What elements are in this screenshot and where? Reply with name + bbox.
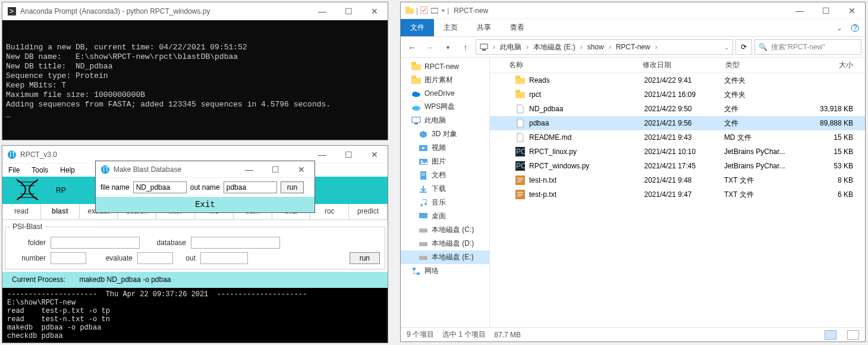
breadcrumb-segment[interactable]: 本地磁盘 (E:)	[533, 42, 575, 52]
back-button[interactable]: ←	[404, 39, 420, 55]
menu-tools[interactable]: Tools	[32, 166, 48, 174]
close-button[interactable]: ✕	[366, 150, 383, 159]
nav-item[interactable]: 下载	[401, 182, 489, 196]
file-row[interactable]: Reads2021/4/22 9:41文件夹	[490, 73, 865, 87]
tab-read[interactable]: read	[2, 204, 41, 219]
nav-item[interactable]: 本地磁盘 (E:)	[401, 250, 489, 264]
py-icon: PC	[515, 161, 526, 171]
up-button[interactable]: ↑	[458, 39, 473, 55]
file-row[interactable]: PCRPCT_linux.py2021/4/21 10:10JetBrains …	[490, 145, 865, 159]
dialog-exit-button[interactable]: Exit	[96, 197, 315, 212]
maximize-button[interactable]: ☐	[267, 165, 284, 174]
ribbon-tab-file[interactable]: 文件	[401, 19, 434, 36]
folder-icon	[515, 75, 526, 86]
svg-rect-58	[517, 192, 523, 193]
minimize-button[interactable]: —	[791, 6, 808, 15]
header-size[interactable]: 大小	[798, 60, 865, 70]
minimize-button[interactable]: —	[314, 150, 331, 159]
nav-item[interactable]: 音乐	[401, 196, 489, 209]
file-row[interactable]: README.md2021/4/21 9:43MD 文件15 KB	[490, 130, 865, 145]
nav-item[interactable]: 桌面	[401, 209, 489, 223]
database-input[interactable]	[191, 237, 280, 249]
nav-item[interactable]: RPCT-new	[401, 60, 489, 73]
cmd-terminal-output[interactable]: Building a new DB, current time: 04/22/2…	[2, 20, 388, 140]
file-explorer-window: | ▾ | RPCT-new — ☐ ✕ 文件 主页 共享 查看 ⌄ ? ← →…	[400, 2, 866, 342]
file-name-input[interactable]	[133, 181, 187, 193]
ribbon-tab-home[interactable]: 主页	[434, 19, 467, 36]
ribbon-tab-share[interactable]: 共享	[467, 19, 501, 36]
nav-item[interactable]: 本地磁盘 (D:)	[401, 237, 489, 250]
nav-item[interactable]: 图片素材	[401, 73, 489, 87]
breadcrumb-segment[interactable]: show	[587, 43, 604, 51]
breadcrumb-dropdown-icon[interactable]: ⌄	[724, 44, 729, 51]
search-box[interactable]: 🔍 搜索"RPCT-new"	[754, 39, 861, 55]
nav-item[interactable]: 本地磁盘 (C:)	[401, 223, 489, 237]
recent-dropdown-icon[interactable]: ▾	[440, 39, 455, 55]
file-date: 2021/4/21 10:10	[644, 148, 724, 156]
tab-blast[interactable]: blast	[41, 204, 80, 219]
out-input[interactable]	[200, 252, 248, 264]
rpct-terminal-output[interactable]: --------------------- Thu Apr 22 09:37:2…	[2, 288, 388, 343]
forward-button[interactable]: →	[422, 39, 438, 55]
svg-point-38	[425, 230, 426, 231]
status-item-count: 9 个项目	[407, 330, 434, 340]
dialog-titlebar[interactable]: IT Make Blast Database — ☐ ✕	[96, 161, 315, 178]
folder-input[interactable]	[51, 237, 140, 249]
header-date[interactable]: 修改日期	[638, 60, 721, 70]
nav-item[interactable]: 文档	[401, 168, 489, 182]
nav-item[interactable]: 图片	[401, 155, 489, 168]
maximize-button[interactable]: ☐	[817, 6, 834, 15]
menu-file[interactable]: File	[8, 166, 20, 174]
qat-dropdown-icon[interactable]: ▾	[442, 7, 445, 14]
breadcrumb-segment[interactable]: 此电脑	[500, 42, 521, 52]
file-row[interactable]: ND_pdbaa2021/4/22 9:50文件33,918 KB	[490, 102, 865, 116]
header-name[interactable]: 名称	[490, 60, 638, 70]
nav-item-label: WPS网盘	[424, 102, 455, 112]
file-row[interactable]: test-n.txt2021/4/21 9:48TXT 文件8 KB	[490, 173, 865, 187]
tab-predict[interactable]: predict	[349, 204, 388, 219]
maximize-button[interactable]: ☐	[340, 7, 357, 16]
ribbon-tab-view[interactable]: 查看	[501, 19, 534, 36]
properties-icon[interactable]	[420, 7, 429, 15]
ribbon-help-icon[interactable]: ?	[851, 24, 859, 32]
dialog-run-button[interactable]: run	[281, 181, 304, 193]
run-button[interactable]: run	[350, 252, 380, 264]
maximize-button[interactable]: ☐	[340, 150, 357, 159]
header-type[interactable]: 类型	[721, 60, 798, 70]
menu-help[interactable]: Help	[60, 166, 75, 174]
search-placeholder: 搜索"RPCT-new"	[771, 42, 825, 52]
file-row[interactable]: test-p.txt2021/4/21 9:47TXT 文件6 KB	[490, 187, 865, 202]
close-button[interactable]: ✕	[366, 7, 383, 16]
file-row[interactable]: pdbaa2021/4/21 9:56文件89,888 KB	[490, 116, 865, 130]
navigation-pane[interactable]: RPCT-new图片素材OneDriveWPS网盘此电脑3D 对象视频图片文档下…	[401, 58, 490, 327]
status-size: 87.7 MB	[494, 331, 521, 339]
tab-roc[interactable]: roc	[310, 204, 349, 219]
file-list[interactable]: Reads2021/4/22 9:41文件夹rpct2021/4/21 16:0…	[490, 73, 865, 327]
close-button[interactable]: ✕	[844, 6, 860, 15]
file-row[interactable]: rpct2021/4/21 16:09文件夹	[490, 87, 865, 102]
nav-item[interactable]: 视频	[401, 141, 489, 155]
breadcrumb[interactable]: › 此电脑› 本地磁盘 (E:)› show› RPCT-new› ⌄	[476, 39, 733, 55]
make-blast-db-dialog: IT Make Blast Database — ☐ ✕ file name o…	[95, 161, 315, 213]
ribbon-expand-icon[interactable]: ⌄	[836, 24, 842, 32]
nav-item[interactable]: OneDrive	[401, 87, 489, 100]
close-button[interactable]: ✕	[293, 165, 310, 174]
breadcrumb-segment[interactable]: RPCT-new	[616, 43, 650, 51]
nav-item[interactable]: WPS网盘	[401, 100, 489, 114]
nav-item[interactable]: 网络	[401, 264, 489, 278]
file-row[interactable]: PCRPCT_windows.py2021/4/21 17:45JetBrain…	[490, 159, 865, 173]
refresh-button[interactable]: ⟳	[735, 39, 752, 55]
minimize-button[interactable]: —	[241, 165, 257, 174]
number-input[interactable]	[51, 252, 86, 264]
svg-point-23	[413, 92, 417, 95]
details-view-button[interactable]	[825, 330, 836, 340]
nav-item[interactable]: 3D 对象	[401, 127, 489, 141]
evaluate-input[interactable]	[137, 252, 173, 264]
nav-item[interactable]: 此电脑	[401, 114, 489, 127]
minimize-button[interactable]: —	[314, 7, 331, 16]
out-name-input[interactable]	[224, 181, 277, 193]
new-folder-icon[interactable]	[431, 7, 439, 15]
explorer-titlebar[interactable]: | ▾ | RPCT-new — ☐ ✕	[401, 2, 865, 19]
cmd-titlebar[interactable]: > Anaconda Prompt (Anaconda3) - python R…	[2, 2, 388, 20]
icons-view-button[interactable]	[847, 330, 859, 340]
